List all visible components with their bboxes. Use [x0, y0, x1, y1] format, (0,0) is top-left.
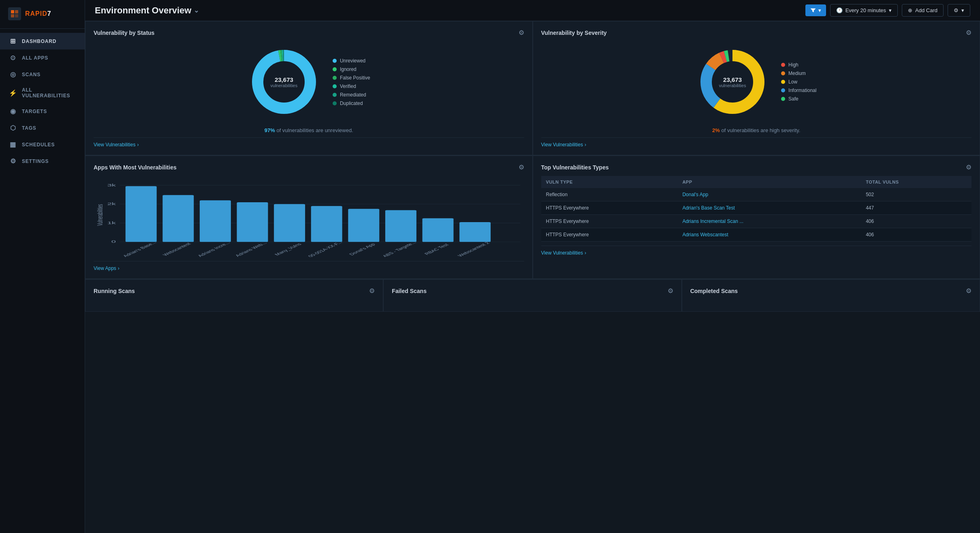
svg-rect-1 — [15, 10, 18, 13]
vuln-severity-footer: View Vulnerabilities › — [541, 137, 972, 148]
svg-rect-32 — [348, 209, 379, 242]
dashboard-grid: Vulnerability by Status ⚙ — [85, 21, 980, 533]
completed-scans-settings-button[interactable]: ⚙ — [966, 287, 971, 295]
sidebar-label-all-apps: All Apps — [22, 55, 48, 61]
apps-bar-chart: 3k 2k 1k 0 Vulnerabilities — [94, 176, 524, 257]
vuln-severity-settings-button[interactable]: ⚙ — [966, 29, 971, 36]
vuln-type-cell: HTTPS Everywhere — [541, 215, 678, 228]
sidebar-item-targets[interactable]: ◉ Targets — [0, 103, 85, 120]
logo-icon — [8, 7, 21, 20]
top-vuln-settings-button[interactable]: ⚙ — [966, 163, 971, 171]
view-vulnerabilities-link-top[interactable]: View Vulnerabilities › — [541, 250, 972, 256]
total-vulns-cell: 502 — [861, 188, 971, 201]
sidebar-item-settings[interactable]: ⚙ Settings — [0, 153, 85, 169]
view-vulnerabilities-link-severity[interactable]: View Vulnerabilities › — [541, 142, 972, 148]
refresh-button[interactable]: 🕐 Every 20 minutes ▾ — [830, 4, 898, 17]
sidebar-item-all-apps[interactable]: ⊙ All Apps — [0, 49, 85, 66]
svg-rect-3 — [15, 14, 18, 17]
svg-text:Many_Vulns: Many_Vulns — [273, 242, 303, 256]
failed-scans-header: Failed Scans ⚙ — [392, 287, 673, 295]
vuln-status-legend: Unreviewed Ignored False Positive V — [333, 58, 370, 106]
app-cell[interactable]: Adrians Incremental Scan ... — [677, 215, 861, 228]
vuln-severity-title: Vulnerability by Severity — [541, 30, 607, 36]
view-apps-chevron-icon: › — [118, 265, 120, 271]
refresh-icon: 🕐 — [836, 7, 843, 13]
svg-text:Adrians Web...: Adrians Web... — [234, 241, 268, 257]
header-settings-button[interactable]: ⚙ ▾ — [948, 4, 970, 17]
apps-chart-footer: View Apps › — [94, 261, 524, 271]
scans-icon: ◎ — [9, 71, 17, 78]
sidebar-nav: ⊞ Dashboard ⊙ All Apps ◎ Scans ⚡ All Vul… — [0, 29, 85, 533]
top-vuln-title: Top Vulnerabilities Types — [541, 164, 609, 171]
main-content: Environment Overview ⌄ ▾ 🕐 Every 20 minu… — [85, 0, 980, 533]
sidebar-item-scans[interactable]: ◎ Scans — [0, 66, 85, 83]
page-title: Environment Overview ⌄ — [95, 5, 801, 16]
svg-rect-28 — [200, 200, 231, 242]
svg-rect-33 — [385, 210, 416, 242]
filter-button[interactable]: ▾ — [805, 4, 826, 16]
top-vuln-table-wrapper[interactable]: Vuln Type App Total Vulns Reflection Don… — [541, 176, 972, 242]
sidebar-label-tags: Tags — [22, 125, 36, 131]
top-vuln-table: Vuln Type App Total Vulns Reflection Don… — [541, 176, 972, 242]
col-total-vulns: Total Vulns — [861, 176, 971, 188]
svg-rect-35 — [459, 222, 491, 242]
refresh-label: Every 20 minutes — [845, 7, 886, 13]
failed-scans-settings-button[interactable]: ⚙ — [668, 287, 673, 295]
targets-icon: ◉ — [9, 107, 17, 115]
sidebar-label-targets: Targets — [22, 109, 47, 114]
svg-rect-27 — [162, 195, 194, 242]
sidebar-item-dashboard[interactable]: ⊞ Dashboard — [0, 33, 85, 49]
app-cell[interactable]: Donal's App — [677, 188, 861, 201]
vuln-status-settings-button[interactable]: ⚙ — [519, 29, 524, 36]
vuln-by-severity-card: Vulnerability by Severity ⚙ — [533, 21, 980, 155]
vuln-status-header: Vulnerability by Status ⚙ — [94, 29, 524, 36]
vuln-type-cell: Reflection — [541, 188, 678, 201]
add-card-label: Add Card — [915, 7, 937, 13]
svg-text:ABS - Targete...: ABS - Targete... — [381, 241, 418, 257]
logo-text: RAPID7 — [25, 10, 51, 17]
sidebar-item-tags[interactable]: ⬡ Tags — [0, 120, 85, 136]
title-chevron-icon: ⌄ — [194, 6, 199, 14]
add-card-plus-icon: ⊕ — [908, 7, 912, 13]
vuln-status-donut: 23,673 vulnerabilities — [248, 45, 320, 118]
total-vulns-cell: 447 — [861, 201, 971, 215]
completed-scans-title: Completed Scans — [690, 288, 738, 294]
col-app: App — [677, 176, 861, 188]
app-cell[interactable]: Adrians Webscantest — [677, 228, 861, 242]
svg-text:3k: 3k — [107, 183, 116, 187]
running-scans-settings-button[interactable]: ⚙ — [369, 287, 375, 295]
refresh-chevron-icon: ▾ — [889, 7, 892, 13]
sidebar-label-dashboard: Dashboard — [22, 39, 56, 44]
running-scans-title: Running Scans — [94, 288, 135, 294]
dashboard-icon: ⊞ — [9, 37, 17, 45]
svg-text:Webscantest: Webscantest — [161, 242, 192, 257]
apps-chart-settings-button[interactable]: ⚙ — [519, 163, 524, 171]
svg-rect-26 — [126, 186, 157, 242]
vuln-severity-chart-area: 23,673 vulnerabilities High Medium — [541, 41, 972, 122]
running-scans-header: Running Scans ⚙ — [94, 287, 375, 295]
view-vulnerabilities-link-status[interactable]: View Vulnerabilities › — [94, 142, 524, 148]
legend-unreviewed: Unreviewed — [333, 58, 370, 64]
vuln-status-summary: 97% of vulnerabilities are unreviewed. — [94, 125, 524, 133]
add-card-button[interactable]: ⊕ Add Card — [902, 4, 944, 17]
col-vuln-type: Vuln Type — [541, 176, 678, 188]
svg-text:0: 0 — [111, 240, 116, 244]
sidebar-item-schedules[interactable]: ▦ Schedules — [0, 136, 85, 153]
svg-point-5 — [258, 56, 310, 108]
sidebar-item-all-vulnerabilities[interactable]: ⚡ All Vulnerabilities — [0, 83, 85, 103]
svg-text:Adrian's Base...: Adrian's Base... — [122, 241, 158, 257]
svg-text:00-001A-XX-F...: 00-001A-XX-F... — [307, 241, 344, 257]
vuln-status-footer: View Vulnerabilities › — [94, 137, 524, 148]
completed-scans-card: Completed Scans ⚙ — [682, 279, 980, 312]
svg-text:Adrians Incre...: Adrians Incre... — [196, 241, 232, 257]
all-apps-icon: ⊙ — [9, 54, 17, 62]
apps-chart-header: Apps With Most Vulnerabilities ⚙ — [94, 163, 524, 171]
vulnerabilities-icon: ⚡ — [9, 89, 17, 97]
view-apps-link[interactable]: View Apps › — [94, 265, 524, 271]
bar-chart-svg: 3k 2k 1k 0 Vulnerabilities — [94, 180, 524, 257]
legend-medium: Medium — [781, 71, 816, 76]
legend-duplicated: Duplicated — [333, 101, 370, 106]
svg-rect-2 — [11, 14, 14, 17]
vuln-by-status-card: Vulnerability by Status ⚙ — [85, 21, 533, 155]
app-cell[interactable]: Adrian's Base Scan Test — [677, 201, 861, 215]
